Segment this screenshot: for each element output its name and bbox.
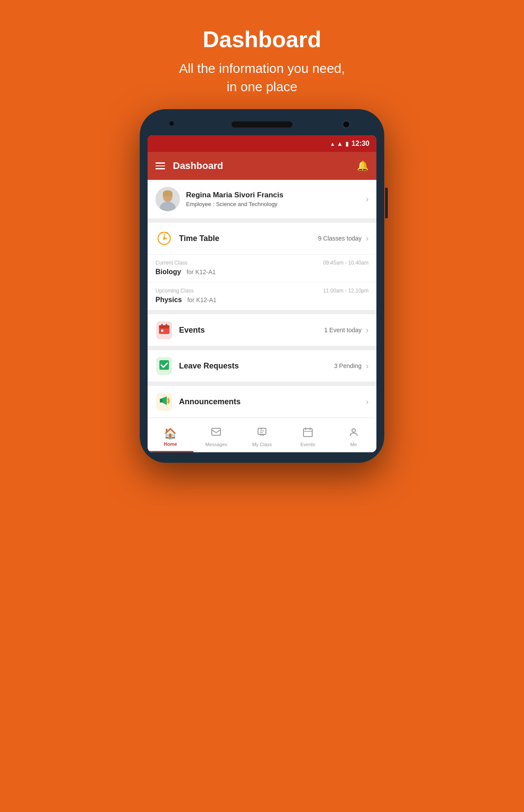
timetable-badge: 9 Classes today	[318, 235, 362, 242]
svg-line-10	[161, 232, 162, 233]
status-icons: ▴ ▲ ▮ 12:30	[331, 140, 369, 148]
nav-label-me: Me	[350, 442, 357, 447]
svg-rect-5	[163, 193, 172, 196]
section-gap-2	[148, 310, 376, 314]
timetable-classes: Current Class 09:45am - 10.40am Biology …	[148, 254, 376, 310]
svg-rect-13	[159, 325, 169, 328]
nav-label-messages: Messages	[205, 442, 227, 447]
home-icon: 🏠	[164, 427, 177, 440]
bottom-nav: 🏠 Home Messages	[148, 417, 376, 452]
svg-rect-15	[165, 324, 167, 327]
nav-active-bar	[148, 451, 193, 452]
phone-camera	[342, 120, 350, 128]
page-subtitle: All the information you need, in one pla…	[179, 59, 345, 96]
events-title: Events	[179, 326, 324, 335]
profile-role: Employee : Science and Technology	[186, 201, 366, 207]
nav-item-me[interactable]: Me	[331, 418, 376, 452]
svg-rect-20	[212, 428, 221, 435]
leave-requests-icon	[155, 357, 173, 375]
page-header: Dashboard All the information you need, …	[170, 0, 354, 109]
app-bar-title: Dashboard	[173, 160, 357, 172]
nav-label-events: Events	[300, 442, 315, 447]
upcoming-class-header: Upcoming Class 11:00am - 12.10pm	[155, 288, 369, 294]
me-icon	[348, 427, 359, 440]
phone-screen: ▴ ▲ ▮ 12:30 Dashboard 🔔	[148, 135, 376, 452]
upcoming-class-group: for K12-A1	[187, 296, 217, 303]
upcoming-class-info: Physics for K12-A1	[155, 296, 369, 304]
announcements-card: Announcements ›	[148, 386, 376, 417]
svg-rect-14	[161, 324, 163, 327]
current-class-subject: Biology	[155, 268, 181, 275]
phone-device: ▴ ▲ ▮ 12:30 Dashboard 🔔	[140, 109, 384, 463]
screen-content: Regina Maria Sivori Francis Employee : S…	[148, 180, 376, 417]
timetable-card-header[interactable]: Time Table 9 Classes today ›	[148, 223, 376, 254]
messages-icon	[211, 427, 221, 440]
nav-item-events[interactable]: Events	[285, 418, 331, 452]
timetable-title: Time Table	[179, 234, 318, 243]
events-badge: 1 Event today	[324, 327, 362, 334]
svg-rect-26	[303, 429, 312, 437]
announcements-title: Announcements	[179, 397, 362, 406]
phone-dot	[169, 121, 174, 126]
nav-item-home[interactable]: 🏠 Home	[148, 418, 193, 452]
phone-speaker	[231, 121, 293, 127]
svg-rect-16	[161, 330, 163, 332]
current-class-label: Current Class	[155, 260, 187, 266]
events-nav-icon	[303, 427, 313, 440]
status-bar: ▴ ▲ ▮ 12:30	[148, 135, 376, 152]
svg-line-22	[216, 430, 221, 433]
svg-line-11	[166, 232, 167, 233]
upcoming-class-time: 11:00am - 12.10pm	[323, 288, 369, 294]
nav-item-myclass[interactable]: My Class	[239, 418, 285, 452]
leave-requests-badge: 3 Pending	[334, 362, 362, 369]
leave-requests-title: Leave Requests	[179, 361, 334, 371]
svg-point-30	[352, 429, 355, 432]
phone-top-bar	[148, 121, 376, 135]
announcements-icon	[155, 393, 173, 410]
current-class-info: Biology for K12-A1	[155, 268, 369, 276]
upcoming-class-subject: Physics	[155, 296, 182, 303]
profile-name: Regina Maria Sivori Francis	[186, 191, 366, 200]
events-card-header[interactable]: Events 1 Event today ›	[148, 314, 376, 346]
wifi-icon: ▴	[331, 140, 334, 147]
avatar	[155, 187, 180, 211]
events-chevron-icon: ›	[366, 326, 369, 335]
profile-chevron-icon: ›	[366, 195, 369, 204]
announcements-chevron-icon: ›	[366, 397, 369, 406]
timetable-icon	[155, 230, 173, 247]
nav-label-home: Home	[164, 441, 177, 447]
current-class-row[interactable]: Current Class 09:45am - 10.40am Biology …	[148, 255, 376, 282]
signal-icon: ▲	[337, 140, 343, 147]
upcoming-class-row[interactable]: Upcoming Class 11:00am - 12.10pm Physics…	[148, 282, 376, 310]
events-icon	[155, 321, 173, 339]
nav-label-myclass: My Class	[252, 442, 272, 447]
leave-requests-card: Leave Requests 3 Pending ›	[148, 350, 376, 382]
current-class-group: for K12-A1	[186, 268, 216, 275]
profile-info: Regina Maria Sivori Francis Employee : S…	[186, 191, 366, 207]
leave-requests-chevron-icon: ›	[366, 361, 369, 371]
nav-item-messages[interactable]: Messages	[193, 418, 239, 452]
svg-rect-19	[160, 399, 162, 403]
phone-side-button	[385, 188, 388, 218]
bell-icon[interactable]: 🔔	[357, 160, 369, 172]
svg-line-21	[212, 430, 216, 433]
announcements-card-header[interactable]: Announcements ›	[148, 386, 376, 417]
page-title: Dashboard	[179, 26, 345, 52]
profile-card[interactable]: Regina Maria Sivori Francis Employee : S…	[148, 180, 376, 218]
section-gap-4	[148, 382, 376, 386]
myclass-icon	[257, 427, 267, 440]
battery-icon: ▮	[345, 140, 349, 147]
current-class-header: Current Class 09:45am - 10.40am	[155, 260, 369, 266]
section-gap-1	[148, 218, 376, 223]
status-time: 12:30	[352, 140, 369, 148]
app-bar: Dashboard 🔔	[148, 152, 376, 180]
leave-requests-card-header[interactable]: Leave Requests 3 Pending ›	[148, 350, 376, 382]
menu-icon[interactable]	[155, 162, 165, 169]
timetable-card: Time Table 9 Classes today › Current Cla…	[148, 223, 376, 310]
current-class-time: 09:45am - 10.40am	[323, 260, 369, 266]
section-gap-3	[148, 346, 376, 350]
timetable-chevron-icon: ›	[366, 234, 369, 243]
upcoming-class-label: Upcoming Class	[155, 288, 193, 294]
events-card: Events 1 Event today ›	[148, 314, 376, 346]
